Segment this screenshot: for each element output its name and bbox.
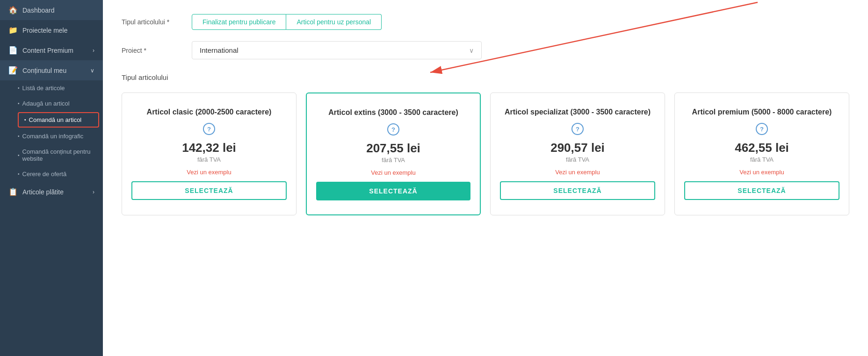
select-button[interactable]: SELECTEAZĂ — [131, 181, 287, 200]
card-tax: fără TVA — [566, 156, 589, 163]
card-price: 207,55 lei — [366, 141, 420, 156]
bullet-icon: • — [18, 85, 20, 91]
card-title: Articol specializat (3000 - 3500 caracte… — [505, 107, 651, 117]
card-tax: fără TVA — [197, 156, 221, 163]
article-card-extins: Articol extins (3000 - 3500 caractere) ?… — [306, 93, 481, 215]
project-dropdown[interactable]: International ∨ — [192, 41, 482, 59]
article-card-clasic: Articol clasic (2000-2500 caractere) ? 1… — [122, 93, 297, 215]
card-title: Articol extins (3000 - 3500 caractere) — [328, 107, 458, 118]
sidebar-item-label: Conținutul meu — [22, 67, 66, 74]
select-button[interactable]: SELECTEAZĂ — [684, 181, 839, 200]
sidebar-item-lista-articole[interactable]: • Listă de articole — [18, 80, 103, 96]
chevron-right-icon: › — [93, 47, 94, 54]
bullet-icon: • — [18, 171, 20, 177]
card-price: 290,57 lei — [550, 141, 605, 155]
folder-icon: 📁 — [8, 26, 18, 35]
card-example-link[interactable]: Vezi un exemplu — [371, 169, 415, 176]
card-example-link[interactable]: Vezi un exemplu — [187, 169, 231, 176]
card-tax: fără TVA — [750, 156, 774, 163]
chevron-down-icon: ∨ — [90, 67, 94, 74]
card-price: 142,32 lei — [182, 141, 236, 155]
article-type-buttons: Finalizat pentru publicare Articol pentr… — [192, 14, 382, 30]
card-tax: fără TVA — [382, 157, 405, 164]
select-button[interactable]: SELECTEAZĂ — [316, 182, 470, 200]
bullet-icon: • — [18, 101, 20, 106]
article-card-specializat: Articol specializat (3000 - 3500 caracte… — [490, 93, 665, 215]
sidebar-item-cerere-oferta[interactable]: • Cerere de ofertă — [18, 166, 103, 182]
article-type-label: Tipul articolului * — [122, 18, 182, 26]
sidebar-item-label: Proiectele mele — [22, 27, 68, 34]
sidebar-sub-label: Comandă conținut pentru website — [22, 148, 94, 162]
card-example-link[interactable]: Vezi un exemplu — [555, 169, 600, 176]
project-row: Proiect * International ∨ — [122, 41, 849, 59]
sidebar-item-content-premium[interactable]: 📄 Content Premium › — [0, 40, 103, 60]
sidebar-sub-label: Cerere de ofertă — [22, 171, 67, 178]
sidebar-sub-label: Listă de articole — [22, 85, 65, 92]
sidebar-item-comanda-infografic[interactable]: • Comandă un infografic — [18, 128, 103, 144]
sidebar-item-dashboard[interactable]: 🏠 Dashboard — [0, 0, 103, 20]
bullet-icon: • — [24, 117, 26, 122]
btn-finalizat[interactable]: Finalizat pentru publicare — [192, 14, 286, 30]
help-icon[interactable]: ? — [571, 123, 584, 135]
sidebar-item-comanda-articol[interactable]: • Comandă un articol — [18, 112, 99, 128]
edit-icon: 📝 — [8, 66, 18, 75]
sidebar-item-label: Articole plătite — [22, 188, 64, 196]
project-value: International — [200, 46, 239, 54]
sidebar-item-articole-platite[interactable]: 📋 Articole plătite › — [0, 182, 103, 202]
form-section: Tipul articolului * Finalizat pentru pub… — [122, 14, 849, 59]
sidebar-item-label: Content Premium — [22, 47, 73, 54]
article-cards-grid: Articol clasic (2000-2500 caractere) ? 1… — [122, 93, 849, 215]
help-icon[interactable]: ? — [756, 123, 768, 135]
home-icon: 🏠 — [8, 6, 18, 14]
card-price: 462,55 lei — [735, 141, 789, 155]
card-title: Articol premium (5000 - 8000 caractere) — [692, 107, 832, 117]
sidebar-item-label: Dashboard — [22, 7, 55, 14]
help-icon[interactable]: ? — [203, 123, 215, 135]
main-content: Tipul articolului * Finalizat pentru pub… — [103, 0, 868, 356]
btn-personal[interactable]: Articol pentru uz personal — [286, 14, 382, 30]
sidebar-item-continutul-meu[interactable]: 📝 Conținutul meu ∨ — [0, 60, 103, 80]
section-title: Tipul articolului — [122, 73, 849, 81]
article-type-section: Tipul articolului Articol clasic (2000-2… — [122, 73, 849, 215]
chevron-down-icon: ∨ — [469, 47, 474, 54]
article-card-premium: Articol premium (5000 - 8000 caractere) … — [674, 93, 849, 215]
sidebar-sub-label: Comandă un infografic — [22, 133, 84, 140]
sidebar-sub-label: Comandă un articol — [29, 116, 82, 123]
sidebar-item-proiecte[interactable]: 📁 Proiectele mele — [0, 20, 103, 40]
project-label: Proiect * — [122, 47, 182, 54]
sidebar-item-comanda-continut[interactable]: • Comandă conținut pentru website — [18, 144, 103, 166]
card-example-link[interactable]: Vezi un exemplu — [739, 169, 784, 176]
receipt-icon: 📋 — [8, 187, 18, 196]
article-type-row: Tipul articolului * Finalizat pentru pub… — [122, 14, 849, 30]
sidebar-submenu: • Listă de articole • Adaugă un articol … — [0, 80, 103, 182]
sidebar-sub-label: Adaugă un articol — [22, 100, 70, 107]
bullet-icon: • — [18, 134, 20, 139]
sidebar-item-adauga-articol[interactable]: • Adaugă un articol — [18, 96, 103, 111]
card-title: Articol clasic (2000-2500 caractere) — [147, 107, 272, 117]
bullet-icon: • — [18, 153, 20, 158]
document-icon: 📄 — [8, 46, 18, 55]
help-icon[interactable]: ? — [387, 123, 399, 135]
sidebar: 🏠 Dashboard 📁 Proiectele mele 📄 Content … — [0, 0, 103, 356]
chevron-right-icon: › — [93, 189, 94, 195]
select-button[interactable]: SELECTEAZĂ — [500, 181, 655, 200]
